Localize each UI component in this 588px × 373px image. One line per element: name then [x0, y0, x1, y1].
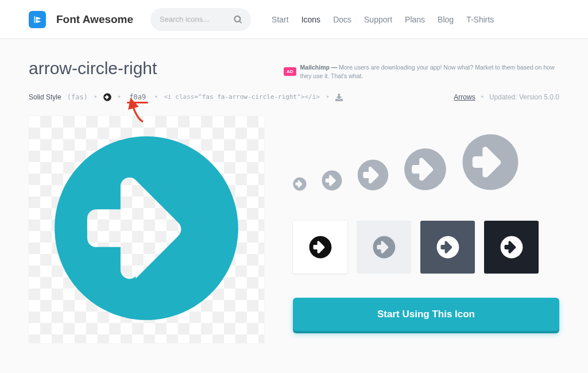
updated-text: Updated: Version 5.0.0 — [489, 93, 559, 101]
nav-tshirts[interactable]: T-Shirts — [466, 15, 494, 24]
size-row — [293, 133, 559, 193]
style-label: Solid Style — [29, 93, 61, 101]
size-md[interactable] — [357, 159, 389, 193]
icon-preview — [29, 116, 264, 343]
code-snippet[interactable]: <i class="fas fa-arrow-circle-right"></i… — [164, 93, 320, 101]
size-lg[interactable] — [404, 148, 447, 193]
page-title: arrow-circle-right — [29, 59, 157, 78]
main: arrow-circle-right AD Mailchimp — More u… — [0, 39, 588, 343]
swatch-row — [293, 221, 559, 274]
nav-icons[interactable]: Icons — [301, 15, 320, 24]
brand-name[interactable]: Font Awesome — [56, 13, 133, 26]
nav-start[interactable]: Start — [272, 15, 289, 24]
swatch-white[interactable] — [293, 221, 347, 274]
size-xl[interactable] — [462, 133, 519, 193]
size-xs[interactable] — [293, 177, 307, 193]
swatch-gray[interactable] — [420, 221, 475, 274]
start-using-button[interactable]: Start Using This Icon — [293, 298, 559, 331]
arrow-circle-right-icon — [52, 133, 241, 325]
size-sm[interactable] — [322, 170, 342, 193]
header: Font Awesome Start Icons Docs Support Pl… — [0, 0, 588, 39]
ad-banner[interactable]: AD Mailchimp — More users are downloadin… — [284, 63, 559, 80]
unicode-value[interactable]: f0a9 — [127, 93, 148, 101]
nav-docs[interactable]: Docs — [333, 15, 351, 24]
download-icon[interactable] — [335, 93, 343, 101]
search-input[interactable] — [160, 15, 234, 24]
annotation-arrow-icon — [123, 97, 153, 126]
swatch-light[interactable] — [357, 221, 411, 274]
nav-blog[interactable]: Blog — [438, 15, 454, 24]
arrow-circle-right-icon — [103, 93, 111, 101]
ad-text: Mailchimp — More users are downloading y… — [300, 63, 559, 80]
style-prefix: (fas) — [67, 93, 88, 101]
nav-support[interactable]: Support — [364, 15, 392, 24]
logo-icon[interactable] — [29, 11, 46, 28]
search-icon — [234, 16, 242, 24]
swatch-dark[interactable] — [484, 221, 539, 274]
category-link[interactable]: Arrows — [454, 93, 475, 101]
search-input-wrap[interactable] — [150, 8, 251, 31]
ad-badge: AD — [284, 67, 296, 76]
main-nav: Start Icons Docs Support Plans Blog T-Sh… — [272, 15, 494, 24]
meta-row: Solid Style (fas) • • f0a9 • <i class="f… — [29, 93, 559, 101]
nav-plans[interactable]: Plans — [405, 15, 425, 24]
